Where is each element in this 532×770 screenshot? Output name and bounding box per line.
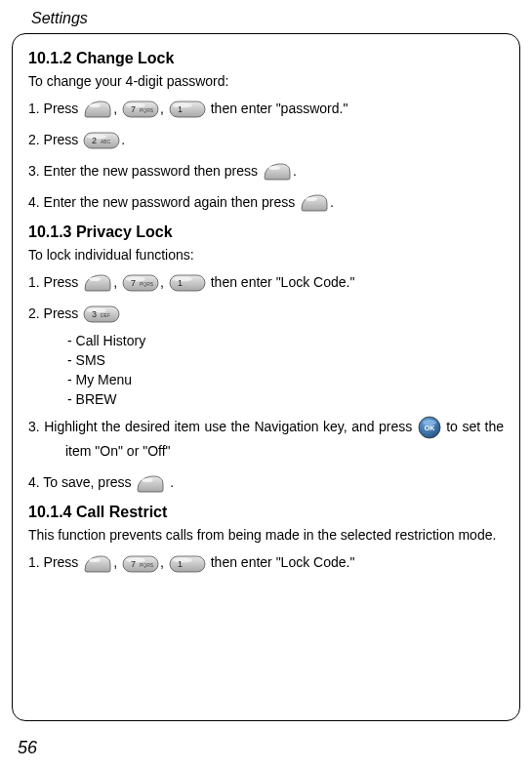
svg-text:3: 3	[92, 309, 97, 319]
text: 2. Press	[28, 132, 82, 147]
text: then enter "Lock Code."	[207, 554, 355, 570]
svg-text:1: 1	[178, 559, 183, 569]
content-frame: 10.1.2 Change Lock To change your 4-digi…	[12, 33, 520, 721]
text: 1. Press	[28, 101, 82, 116]
key-1-icon: 1	[169, 274, 206, 292]
text: .	[330, 194, 334, 210]
text: ,	[113, 554, 121, 570]
text: ,	[113, 274, 121, 290]
svg-text:PQRS: PQRS	[140, 281, 154, 287]
softkey-icon	[83, 273, 112, 293]
svg-text:7: 7	[131, 278, 136, 288]
subitem-my-menu: My Menu	[67, 372, 504, 387]
softkey-icon	[83, 554, 112, 574]
text: then enter "password."	[207, 101, 348, 116]
softkey-icon	[300, 193, 329, 213]
step-2-2: 2. Press 3DEF	[28, 302, 504, 325]
svg-text:PQRS: PQRS	[140, 562, 154, 568]
intro-call-restrict: This function prevents calls from being …	[28, 527, 504, 543]
text: .	[293, 163, 297, 179]
intro-change-lock: To change your 4-digit password:	[28, 73, 504, 89]
svg-text:1: 1	[178, 278, 183, 288]
step-2-1: 1. Press , 7PQRS, 1 then enter "Lock Cod…	[28, 270, 504, 294]
heading-change-lock: 10.1.2 Change Lock	[28, 50, 504, 67]
subitem-call-history: Call History	[67, 333, 504, 348]
softkey-icon	[136, 474, 165, 494]
running-header: Settings	[31, 10, 88, 27]
text: ,	[160, 274, 168, 290]
key-7-icon: 7PQRS	[122, 274, 159, 292]
subitem-brew: BREW	[67, 391, 504, 407]
step-1-3: 3. Enter the new password then press .	[28, 159, 504, 182]
text: .	[121, 132, 125, 147]
step-3-1: 1. Press , 7PQRS, 1 then enter "Lock Cod…	[28, 550, 504, 574]
softkey-icon	[263, 162, 292, 182]
text: 3. Enter the new password then press	[28, 163, 262, 179]
text: ,	[160, 101, 168, 116]
svg-text:7: 7	[131, 104, 136, 114]
intro-privacy-lock: To lock individual functions:	[28, 247, 504, 263]
svg-text:2: 2	[92, 136, 97, 145]
text: ,	[113, 101, 121, 116]
key-1-icon: 1	[169, 555, 206, 573]
key-3-icon: 3DEF	[83, 305, 120, 323]
key-7-icon: 7PQRS	[122, 555, 159, 573]
svg-text:1: 1	[178, 104, 183, 114]
step-2-3: 3. Highlight the desired item use the Na…	[28, 415, 504, 463]
text: 1. Press	[28, 554, 82, 570]
text: 3. Highlight the desired item use the Na…	[28, 419, 417, 434]
heading-privacy-lock: 10.1.3 Privacy Lock	[28, 223, 504, 241]
key-1-icon: 1	[169, 101, 206, 118]
text: 1. Press	[28, 274, 82, 290]
key-2-icon: 2ABC	[83, 132, 120, 149]
step-1-4: 4. Enter the new password again then pre…	[28, 190, 504, 214]
text: 4. Enter the new password again then pre…	[28, 194, 299, 210]
svg-text:ABC: ABC	[101, 139, 111, 144]
key-7-icon: 7PQRS	[122, 101, 159, 118]
text: 2. Press	[28, 305, 82, 321]
step-1-2: 2. Press 2ABC.	[28, 128, 504, 151]
step-1-1: 1. Press , 7PQRS, 1 then enter "password…	[28, 97, 504, 120]
softkey-icon	[83, 100, 112, 119]
text: ,	[160, 554, 168, 570]
text: 4. To save, press	[28, 474, 135, 490]
svg-text:DEF: DEF	[101, 312, 110, 318]
step-2-4: 4. To save, press .	[28, 470, 504, 494]
heading-call-restrict: 10.1.4 Call Restrict	[28, 504, 504, 521]
svg-text:7: 7	[131, 559, 136, 569]
ok-button-icon	[418, 416, 441, 439]
text: .	[166, 474, 174, 490]
svg-text:PQRS: PQRS	[140, 107, 154, 113]
subitem-sms: SMS	[67, 352, 504, 368]
text: then enter "Lock Code."	[207, 274, 355, 290]
page-number: 56	[18, 738, 37, 758]
